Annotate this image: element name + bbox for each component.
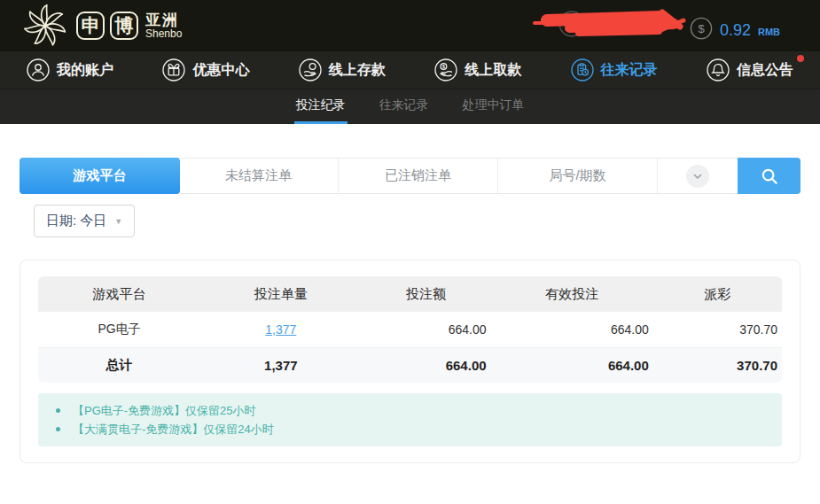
logo-char-box: 申 — [76, 12, 105, 40]
cell-total-valid: 664.00 — [491, 347, 653, 383]
cell-total-bet: 664.00 — [361, 347, 490, 383]
withdraw-hand-coin-icon: $ — [434, 58, 457, 81]
col-valid-bet: 有效投注 — [491, 276, 653, 312]
account-balance[interactable]: $ 0.92 RMB — [690, 12, 780, 40]
cell-total-count: 1,377 — [200, 347, 361, 383]
cell-bet-count: 1,377 — [200, 312, 361, 347]
col-bet-count: 投注单量 — [200, 276, 361, 312]
redaction-scribble — [527, 5, 694, 44]
nav-item-my-account[interactable]: 我的账户 — [27, 58, 113, 81]
note-item: 【大满贯电子-免费游戏】仅保留24小时 — [56, 420, 768, 438]
bet-count-link[interactable]: 1,377 — [265, 322, 296, 337]
cell-valid-bet: 664.00 — [491, 312, 653, 347]
flower-logo-icon — [20, 1, 71, 50]
date-filter-label: 日期: 今日 — [46, 213, 106, 229]
nav-item-promotions[interactable]: 优惠中心 — [162, 58, 249, 81]
brand-logo[interactable]: 申 博 亚洲 Shenbo — [20, 1, 182, 50]
deposit-hand-coin-icon — [299, 58, 322, 81]
logo-region-text: 亚洲 — [145, 12, 182, 28]
logo-char-box: 博 — [110, 12, 138, 40]
total-row: 总计 1,377 664.00 664.00 370.70 — [38, 347, 782, 383]
nav-label: 线上存款 — [329, 61, 386, 80]
filter-tab-game-platform[interactable]: 游戏平台 — [20, 158, 180, 194]
search-icon — [760, 167, 779, 186]
logo-brand-text: Shenbo — [145, 28, 182, 40]
nav-item-withdraw[interactable]: $ 线上取款 — [434, 58, 521, 81]
tab-pending-orders[interactable]: 处理中订单 — [461, 89, 527, 124]
nav-item-transaction-records[interactable]: 往来记录 — [571, 58, 658, 81]
nav-label: 信息公告 — [737, 61, 793, 80]
svg-text:$: $ — [698, 21, 705, 35]
cell-total-label: 总计 — [38, 347, 200, 383]
table-row: PG电子 1,377 664.00 664.00 370.70 — [38, 312, 782, 347]
nav-label: 我的账户 — [57, 61, 113, 80]
dollar-circle-icon: $ — [690, 17, 713, 40]
table-header-row: 游戏平台 投注单量 投注额 有效投注 派彩 — [38, 276, 782, 312]
nav-label: 优惠中心 — [192, 61, 249, 80]
filter-dropdown[interactable] — [658, 159, 738, 193]
summary-table: 游戏平台 投注单量 投注额 有效投注 派彩 PG电子 1,377 664.00 … — [38, 276, 782, 383]
filter-tabs: 游戏平台 未结算注单 已注销注单 局号/期数 — [20, 158, 800, 194]
balance-amount: 0.92 — [720, 21, 751, 40]
note-text: 【大满贯电子-免费游戏】仅保留24小时 — [73, 420, 274, 438]
filter-tab-round-number[interactable]: 局号/期数 — [498, 159, 658, 193]
cell-payout: 370.70 — [653, 312, 782, 347]
date-filter-row: 日期: 今日 ▼ — [34, 205, 800, 237]
note-item: 【PG电子-免费游戏】仅保留25小时 — [56, 401, 768, 420]
chevron-down-icon — [692, 171, 703, 182]
col-payout: 派彩 — [653, 276, 782, 312]
notification-badge — [797, 55, 804, 62]
tab-bet-records[interactable]: 投注纪录 — [294, 89, 348, 124]
records-clipboard-icon — [571, 58, 594, 81]
tab-transaction-records[interactable]: 往来记录 — [378, 89, 431, 124]
user-icon — [27, 58, 50, 81]
nav-item-announcements[interactable]: 信息公告 — [707, 58, 793, 81]
bullet-dot-icon — [56, 408, 60, 413]
date-filter-button[interactable]: 日期: 今日 ▼ — [34, 205, 135, 237]
search-button[interactable] — [738, 158, 800, 194]
col-game-platform: 游戏平台 — [38, 276, 200, 312]
cell-bet-amount: 664.00 — [361, 312, 490, 347]
nav-item-deposit[interactable]: 线上存款 — [299, 58, 386, 81]
record-subtabs: 投注纪录 往来记录 处理中订单 — [0, 89, 820, 124]
filter-tab-cancelled[interactable]: 已注销注单 — [339, 159, 498, 193]
caret-down-icon: ▼ — [114, 217, 122, 226]
nav-label: 线上取款 — [465, 61, 521, 80]
col-bet-amount: 投注额 — [361, 276, 490, 312]
nav-label: 往来记录 — [601, 61, 658, 80]
filter-tab-unsettled[interactable]: 未结算注单 — [179, 159, 339, 193]
top-header: 申 博 亚洲 Shenbo $ 0.92 RMB — [0, 0, 820, 51]
retention-notes: 【PG电子-免费游戏】仅保留25小时 【大满贯电子-免费游戏】仅保留24小时 — [38, 393, 782, 446]
note-text: 【PG电子-免费游戏】仅保留25小时 — [73, 401, 256, 420]
bell-icon — [707, 58, 730, 81]
gift-icon — [162, 58, 185, 81]
bullet-dot-icon — [56, 427, 60, 431]
balance-currency: RMB — [758, 27, 780, 37]
results-card: 游戏平台 投注单量 投注额 有效投注 派彩 PG电子 1,377 664.00 … — [20, 260, 800, 463]
cell-total-payout: 370.70 — [653, 347, 782, 383]
cell-platform: PG电子 — [38, 312, 200, 347]
main-nav: 我的账户 优惠中心 线上存款 $ 线上取款 — [0, 51, 820, 89]
